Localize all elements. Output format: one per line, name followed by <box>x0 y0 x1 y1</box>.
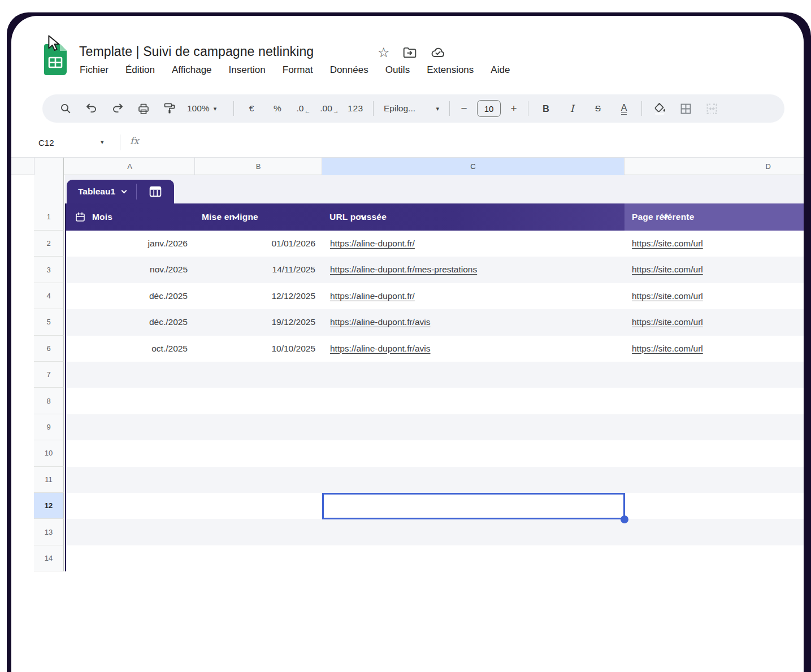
link-page-referente[interactable]: https://site.com/url <box>632 317 703 327</box>
cell-c4[interactable]: https://aline-dupont.fr/ <box>322 283 624 309</box>
table-chip[interactable]: Tableau1 <box>67 180 174 203</box>
bold-button[interactable]: B <box>533 97 559 120</box>
row-header-11[interactable]: 11 <box>34 467 64 493</box>
header-cell-url-poussee[interactable]: URL poussée <box>329 203 387 231</box>
cell-a2[interactable]: janv./2026 <box>65 231 195 257</box>
chevron-down-icon[interactable]: ▾ <box>101 138 104 146</box>
paint-format-icon[interactable] <box>157 97 183 120</box>
cell-a4[interactable]: déc./2025 <box>65 283 195 309</box>
document-title[interactable]: Template | Suivi de campagne netlinking <box>79 44 314 59</box>
menu-extensions[interactable]: Extensions <box>427 64 474 76</box>
select-all-corner[interactable] <box>34 158 64 175</box>
menu-insertion[interactable]: Insertion <box>229 64 266 76</box>
row-header-1[interactable]: 1 <box>34 203 64 231</box>
cell-b4[interactable]: 12/12/2025 <box>195 283 322 309</box>
menu-donnees[interactable]: Données <box>330 64 368 76</box>
row-header-5[interactable]: 5 <box>34 309 64 335</box>
header-cell-page-referente[interactable]: Page référente <box>632 203 695 231</box>
name-box[interactable]: C12 <box>38 127 102 158</box>
row-header-8[interactable]: 8 <box>34 388 64 414</box>
link-page-referente[interactable]: https://site.com/url <box>632 344 703 353</box>
row-header-2[interactable]: 2 <box>34 231 64 257</box>
print-icon[interactable] <box>131 97 157 120</box>
row-header-6[interactable]: 6 <box>34 336 64 362</box>
row-header-13[interactable]: 13 <box>34 519 64 545</box>
font-size-input[interactable]: 10 <box>477 100 501 117</box>
row-header-10[interactable]: 10 <box>34 440 64 466</box>
sheet-row-9[interactable] <box>65 414 804 440</box>
link-url-poussee[interactable]: https://aline-dupont.fr/avis <box>330 344 431 353</box>
header-cell-mise-en-ligne[interactable]: Mise en ligne <box>202 203 258 231</box>
link-url-poussee[interactable]: https://aline-dupont.fr/ <box>330 291 415 301</box>
cell-c2[interactable]: https://aline-dupont.fr/ <box>322 231 624 257</box>
number-format-button[interactable]: 123 <box>342 97 368 120</box>
increase-decimal-button[interactable]: .00 → <box>316 97 342 120</box>
menu-fichier[interactable]: Fichier <box>80 64 109 76</box>
borders-icon[interactable] <box>673 97 699 120</box>
cell-d2[interactable]: https://site.com/url <box>624 231 804 257</box>
cell-b2[interactable]: 01/01/2026 <box>195 231 322 257</box>
cell-a5[interactable]: déc./2025 <box>65 309 195 335</box>
undo-icon[interactable] <box>79 97 105 120</box>
menu-format[interactable]: Format <box>283 64 313 76</box>
sheet-row-7[interactable] <box>65 362 804 388</box>
table-grid-icon[interactable] <box>137 180 174 203</box>
sheet-row-14[interactable] <box>65 545 804 571</box>
header-cell-mois[interactable]: Mois <box>75 203 112 231</box>
column-header-b[interactable]: B <box>195 158 322 175</box>
row-header-4[interactable]: 4 <box>34 283 64 309</box>
cell-c5[interactable]: https://aline-dupont.fr/avis <box>322 309 624 335</box>
row-header-12-selected[interactable]: 12 <box>34 493 64 519</box>
menu-aide[interactable]: Aide <box>491 64 510 76</box>
sheet-row-6[interactable]: oct./2025 10/10/2025 https://aline-dupon… <box>65 336 804 362</box>
column-header-d[interactable]: D <box>624 158 804 175</box>
sheet-row-13[interactable] <box>65 519 804 545</box>
strikethrough-button[interactable]: S <box>585 97 611 120</box>
menu-outils[interactable]: Outils <box>385 64 410 76</box>
zoom-control[interactable]: 100% ▾ <box>183 97 229 120</box>
column-header-c[interactable]: C <box>322 158 624 175</box>
cloud-saved-icon[interactable] <box>430 46 446 59</box>
fill-color-icon[interactable] <box>647 97 673 120</box>
sheet-row-2[interactable]: janv./2026 01/01/2026 https://aline-dupo… <box>65 231 804 257</box>
cell-c6[interactable]: https://aline-dupont.fr/avis <box>322 336 624 362</box>
sheet-row-8[interactable] <box>65 388 804 414</box>
cell-a3[interactable]: nov./2025 <box>65 257 195 283</box>
cell-d3[interactable]: https://site.com/url <box>624 257 804 283</box>
star-icon[interactable]: ☆ <box>378 46 390 59</box>
selected-cell-c12[interactable] <box>322 493 625 519</box>
link-url-poussee[interactable]: https://aline-dupont.fr/mes-prestations <box>330 265 477 274</box>
percent-format-button[interactable]: % <box>264 97 290 120</box>
row-header-9[interactable]: 9 <box>34 414 64 440</box>
row-header-3[interactable]: 3 <box>34 257 64 283</box>
link-page-referente[interactable]: https://site.com/url <box>632 291 703 301</box>
redo-icon[interactable] <box>105 97 131 120</box>
cell-b3[interactable]: 14/11/2025 <box>195 257 322 283</box>
merge-cells-icon[interactable] <box>699 97 725 120</box>
cell-a6[interactable]: oct./2025 <box>65 336 195 362</box>
row-header-14[interactable]: 14 <box>34 545 64 571</box>
decrease-font-size-button[interactable]: − <box>454 97 474 120</box>
sheet-row-4[interactable]: déc./2025 12/12/2025 https://aline-dupon… <box>65 283 804 309</box>
fx-icon[interactable]: fx <box>130 135 139 146</box>
sheet-row-3[interactable]: nov./2025 14/11/2025 https://aline-dupon… <box>65 257 804 283</box>
increase-font-size-button[interactable]: + <box>504 97 523 120</box>
font-family-control[interactable]: Epilog... ▾ <box>378 97 445 120</box>
sheet-row-11[interactable] <box>65 467 804 493</box>
currency-format-button[interactable]: € <box>238 97 264 120</box>
move-to-folder-icon[interactable] <box>402 46 417 59</box>
italic-button[interactable]: I <box>559 97 585 120</box>
row-header-7[interactable]: 7 <box>34 362 64 388</box>
column-header-a[interactable]: A <box>65 158 195 175</box>
sheet-row-5[interactable]: déc./2025 19/12/2025 https://aline-dupon… <box>65 309 804 335</box>
cell-d4[interactable]: https://site.com/url <box>624 283 804 309</box>
cell-c3[interactable]: https://aline-dupont.fr/mes-prestations <box>322 257 624 283</box>
link-page-referente[interactable]: https://site.com/url <box>632 265 703 274</box>
link-url-poussee[interactable]: https://aline-dupont.fr/ <box>330 239 415 248</box>
cell-d6[interactable]: https://site.com/url <box>624 336 804 362</box>
sheet-row-10[interactable] <box>65 440 804 466</box>
menu-edition[interactable]: Édition <box>125 64 155 76</box>
text-color-button[interactable]: A <box>611 97 637 120</box>
link-url-poussee[interactable]: https://aline-dupont.fr/avis <box>330 317 431 327</box>
search-icon[interactable] <box>53 97 79 120</box>
